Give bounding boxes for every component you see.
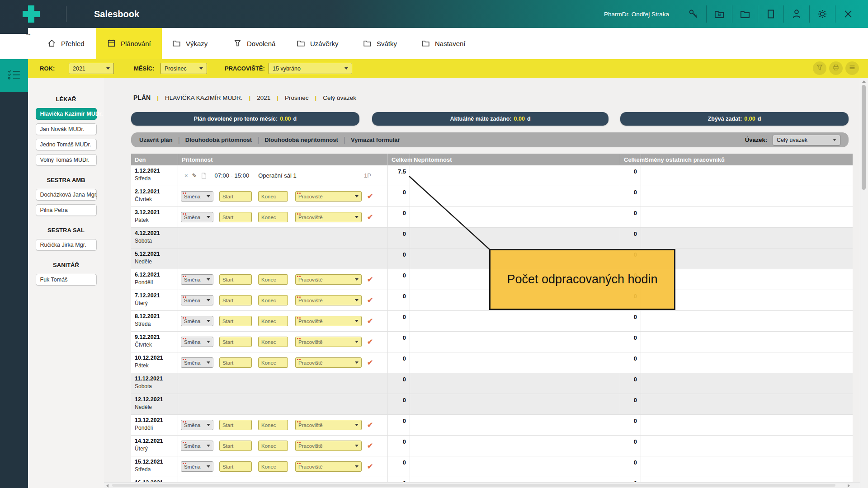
- row-day: Čtvrtek: [135, 196, 178, 202]
- workplace-select[interactable]: Pracoviště: [295, 316, 362, 326]
- end-time-input[interactable]: Konec: [258, 212, 288, 222]
- uvazek-select[interactable]: Celý úvazek: [773, 135, 840, 145]
- end-time-input[interactable]: Konec: [258, 337, 288, 347]
- tab-plánování[interactable]: Plánování: [96, 28, 162, 59]
- start-time-input[interactable]: Start: [219, 337, 252, 347]
- confirm-check-icon[interactable]: ✔: [367, 421, 373, 429]
- scroll-right-arrow-icon[interactable]: [848, 484, 850, 488]
- staff-item[interactable]: Pilná Petra: [36, 204, 97, 216]
- workplace-select[interactable]: Pracoviště: [295, 295, 362, 305]
- start-time-input[interactable]: Start: [219, 212, 252, 222]
- shift-type-select[interactable]: Směna: [181, 316, 213, 326]
- shift-type-select[interactable]: Směna: [181, 461, 213, 472]
- end-time-input[interactable]: Konec: [258, 461, 288, 472]
- shift-type-select[interactable]: Směna: [181, 337, 213, 347]
- tab-dovolená[interactable]: Dovolená: [233, 28, 275, 59]
- shift-type-select[interactable]: Směna: [181, 420, 213, 430]
- key-icon[interactable]: [688, 8, 699, 20]
- month-select[interactable]: Prosinec: [160, 63, 207, 74]
- confirm-check-icon[interactable]: ✔: [367, 213, 373, 221]
- tab-nastavení[interactable]: Nastavení: [421, 28, 466, 59]
- staff-item[interactable]: Volný Tomáš MUDr.: [36, 154, 97, 166]
- action-1[interactable]: Uzavřít plán: [139, 136, 173, 143]
- action-3[interactable]: Dlouhodobá nepřítomnost: [264, 136, 338, 143]
- delete-icon[interactable]: ×: [184, 173, 188, 178]
- confirm-check-icon[interactable]: ✔: [367, 317, 373, 325]
- start-time-input[interactable]: Start: [219, 295, 252, 305]
- end-time-input[interactable]: Konec: [258, 441, 288, 451]
- vertical-scrollbar-thumb[interactable]: [862, 85, 866, 190]
- shift-type-select[interactable]: Směna: [181, 357, 213, 368]
- row-day: Středa: [135, 321, 178, 327]
- menu-button[interactable]: [845, 61, 859, 75]
- shift-type-select[interactable]: Směna: [181, 295, 213, 305]
- workplace-select[interactable]: Pracoviště: [295, 274, 362, 285]
- start-time-input[interactable]: Start: [219, 274, 252, 285]
- copy-icon[interactable]: [201, 173, 207, 179]
- tab-uzávěrky[interactable]: Uzávěrky: [296, 28, 339, 59]
- start-time-input[interactable]: Start: [219, 191, 252, 202]
- tab-přehled[interactable]: Přehled: [47, 28, 85, 59]
- folder-icon[interactable]: [739, 8, 751, 20]
- shift-type-select[interactable]: Směna: [181, 274, 213, 285]
- row-date: 1.12.2021: [135, 168, 178, 174]
- scroll-left-arrow-icon[interactable]: [106, 484, 108, 488]
- staff-item[interactable]: Jan Novák MUDr.: [36, 123, 97, 135]
- start-time-input[interactable]: Start: [219, 357, 252, 368]
- scroll-up-arrow-icon[interactable]: [862, 80, 866, 83]
- vertical-scrollbar[interactable]: [860, 78, 868, 488]
- folder-n-icon[interactable]: N: [713, 8, 725, 20]
- workplace-select[interactable]: 15 vybráno: [269, 63, 352, 74]
- gear-icon[interactable]: [816, 8, 828, 20]
- horizontal-scrollbar[interactable]: [104, 482, 860, 488]
- end-time-input[interactable]: Konec: [258, 295, 288, 305]
- end-time-input[interactable]: Konec: [258, 316, 288, 326]
- filter-button[interactable]: [813, 61, 826, 75]
- workplace-select[interactable]: Pracoviště: [295, 212, 362, 222]
- shift-type-select[interactable]: Směna: [181, 191, 213, 202]
- absence-total-cell: 0: [620, 165, 641, 186]
- edit-icon[interactable]: ✎: [192, 173, 197, 178]
- year-select[interactable]: 2021: [69, 63, 114, 74]
- action-2[interactable]: Dlouhodobá přítomnost: [185, 136, 252, 143]
- start-time-input[interactable]: Start: [219, 316, 252, 326]
- end-time-input[interactable]: Konec: [258, 274, 288, 285]
- end-time-input[interactable]: Konec: [258, 191, 288, 202]
- checklist-menu-button[interactable]: [0, 59, 28, 92]
- staff-item[interactable]: Docházková Jana Mgr.: [36, 189, 97, 201]
- staff-item[interactable]: Jedno Tomáš MUDr.: [36, 139, 97, 150]
- absence-cell: [410, 311, 620, 331]
- workplace-select[interactable]: Pracoviště: [295, 337, 362, 347]
- shift-type-select[interactable]: Směna: [181, 212, 213, 222]
- staff-item[interactable]: Fuk Tomáš: [36, 274, 97, 286]
- workplace-select[interactable]: Pracoviště: [295, 357, 362, 368]
- staff-item[interactable]: Ručička Jirka Mgr.: [36, 239, 97, 251]
- confirm-check-icon[interactable]: ✔: [367, 296, 373, 305]
- end-time-input[interactable]: Konec: [258, 357, 288, 368]
- workplace-label: PRACOVIŠTĚ:: [225, 59, 265, 78]
- confirm-check-icon[interactable]: ✔: [367, 192, 373, 201]
- workplace-select[interactable]: Pracoviště: [295, 461, 362, 472]
- confirm-check-icon[interactable]: ✔: [367, 441, 373, 450]
- user-icon[interactable]: [791, 8, 802, 20]
- horizontal-scrollbar-thumb[interactable]: [112, 484, 835, 487]
- start-time-input[interactable]: Start: [219, 461, 252, 472]
- window-icon[interactable]: [765, 8, 777, 20]
- tab-svátky[interactable]: Svátky: [363, 28, 397, 59]
- end-time-input[interactable]: Konec: [258, 420, 288, 430]
- confirm-check-icon[interactable]: ✔: [367, 338, 373, 346]
- action-4[interactable]: Vymazat formulář: [351, 136, 400, 143]
- close-icon[interactable]: [842, 8, 854, 20]
- tab-výkazy[interactable]: Výkazy: [172, 28, 208, 59]
- workplace-select[interactable]: Pracoviště: [295, 441, 362, 451]
- staff-item[interactable]: Hlavička Kazimír MUDr.: [36, 108, 97, 120]
- start-time-input[interactable]: Start: [219, 420, 252, 430]
- confirm-check-icon[interactable]: ✔: [367, 358, 373, 367]
- print-button[interactable]: [829, 61, 843, 75]
- workplace-select[interactable]: Pracoviště: [295, 191, 362, 202]
- shift-type-select[interactable]: Směna: [181, 441, 213, 451]
- start-time-input[interactable]: Start: [219, 441, 252, 451]
- confirm-check-icon[interactable]: ✔: [367, 462, 373, 471]
- confirm-check-icon[interactable]: ✔: [367, 275, 373, 284]
- workplace-select[interactable]: Pracoviště: [295, 420, 362, 430]
